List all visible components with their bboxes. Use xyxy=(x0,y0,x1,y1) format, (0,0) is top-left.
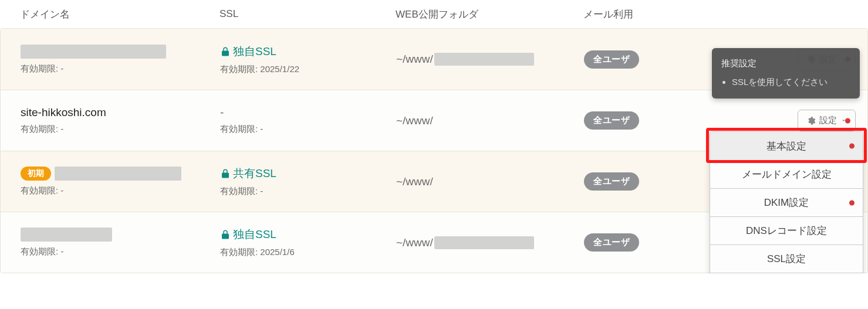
folder-prefix: ~/www/ xyxy=(396,236,433,249)
dropdown-item-label: メールドメイン設定 xyxy=(742,168,832,181)
tooltip-list: SSLを使用してください xyxy=(721,75,850,89)
cell-mail: 全ユーザ設定 xyxy=(584,110,856,131)
cell-folder: ~/www/ xyxy=(396,175,584,188)
alert-dot-icon xyxy=(849,144,855,149)
domain-name xyxy=(21,45,220,59)
dropdown-item-label: DKIM設定 xyxy=(764,196,809,209)
domain-text: site-hikkoshi.com xyxy=(21,106,106,119)
col-mail: メール利用 xyxy=(583,8,856,21)
mail-badge: 全ユーザ xyxy=(584,172,639,191)
dropdown-item[interactable]: DKIM設定 xyxy=(710,188,863,216)
col-folder: WEB公開フォルダ xyxy=(396,8,583,21)
lock-icon xyxy=(220,168,231,179)
ssl-expiry: 有効期限: - xyxy=(220,186,396,197)
tooltip-item: SSLを使用してください xyxy=(732,75,850,89)
redacted-domain xyxy=(55,167,181,181)
ssl-expiry: 有効期限: 2025/1/6 xyxy=(220,247,396,258)
cell-folder: ~/www/ xyxy=(396,114,584,127)
dropdown-item[interactable]: メールドメイン設定 xyxy=(710,160,863,188)
recommended-settings-tooltip: 推奨設定 SSLを使用してください xyxy=(712,48,860,99)
ssl-type: - xyxy=(220,106,396,119)
domain-name: site-hikkoshi.com xyxy=(21,106,220,119)
dropdown-item-label: SSL設定 xyxy=(767,252,806,266)
ssl-type: 共有SSL xyxy=(220,166,396,181)
gear-icon xyxy=(806,116,816,125)
col-ssl: SSL xyxy=(219,8,396,20)
domain-name xyxy=(21,227,220,242)
cell-domain: site-hikkoshi.com有効期限: - xyxy=(21,106,220,135)
ssl-type: 独自SSL xyxy=(220,227,396,242)
ssl-type-label: 共有SSL xyxy=(233,166,276,181)
cell-ssl: 独自SSL有効期限: 2025/1/22 xyxy=(220,44,396,75)
dropdown-item[interactable]: WAFドメイン設定 xyxy=(710,273,863,273)
settings-button[interactable]: 設定 xyxy=(798,110,856,131)
web-folder: ~/www/ xyxy=(396,53,584,66)
dropdown-item[interactable]: 基本設定 xyxy=(710,132,863,160)
settings-dropdown[interactable]: 基本設定メールドメイン設定DKIM設定DNSレコード設定SSL設定WAFドメイン… xyxy=(710,131,863,273)
folder-prefix: ~/www/ xyxy=(396,175,433,188)
page-root: ドメイン名 SSL WEB公開フォルダ メール利用 有効期限: -独自SSL有効… xyxy=(0,0,868,273)
redacted-folder xyxy=(434,53,534,66)
domain-expiry: 有効期限: - xyxy=(21,63,220,74)
ssl-type: 独自SSL xyxy=(220,44,396,59)
folder-prefix: ~/www/ xyxy=(396,114,433,127)
domain-expiry: 有効期限: - xyxy=(21,124,220,135)
cell-ssl: -有効期限: - xyxy=(220,106,396,135)
redacted-folder xyxy=(434,236,534,249)
dropdown-item[interactable]: DNSレコード設定 xyxy=(710,216,863,245)
mail-badge: 全ユーザ xyxy=(584,111,639,130)
mail-badge: 全ユーザ xyxy=(584,50,639,69)
table-header: ドメイン名 SSL WEB公開フォルダ メール利用 xyxy=(0,0,868,28)
redacted-domain xyxy=(21,45,166,59)
initial-badge: 初期 xyxy=(21,167,51,181)
domain-expiry: 有効期限: - xyxy=(21,246,220,257)
lock-icon xyxy=(220,46,231,57)
redacted-domain xyxy=(21,227,112,242)
web-folder: ~/www/ xyxy=(396,175,584,188)
ssl-expiry: 有効期限: 2025/1/22 xyxy=(220,64,396,75)
dropdown-item-label: DNSレコード設定 xyxy=(746,224,827,237)
cell-domain: 有効期限: - xyxy=(21,227,220,257)
domain-expiry: 有効期限: - xyxy=(21,185,220,196)
cell-ssl: 独自SSL有効期限: 2025/1/6 xyxy=(220,227,396,258)
col-domain: ドメイン名 xyxy=(20,8,219,21)
lock-icon xyxy=(220,229,231,240)
ssl-type-label: 独自SSL xyxy=(233,44,276,59)
cell-domain: 有効期限: - xyxy=(21,45,220,74)
ssl-type-label: 独自SSL xyxy=(233,227,276,242)
cell-folder: ~/www/ xyxy=(396,53,584,66)
mail-badge: 全ユーザ xyxy=(584,233,639,252)
folder-prefix: ~/www/ xyxy=(396,53,433,66)
ssl-expiry: 有効期限: - xyxy=(220,124,396,135)
dropdown-item-label: 基本設定 xyxy=(766,140,806,153)
settings-label: 設定 xyxy=(819,115,837,126)
cell-ssl: 共有SSL有効期限: - xyxy=(220,166,396,197)
web-folder: ~/www/ xyxy=(396,236,584,249)
cell-folder: ~/www/ xyxy=(396,236,584,249)
domain-name: 初期 xyxy=(21,167,220,181)
web-folder: ~/www/ xyxy=(396,114,584,127)
tooltip-title: 推奨設定 xyxy=(721,56,850,70)
dropdown-item[interactable]: SSL設定 xyxy=(710,245,863,273)
cell-domain: 初期有効期限: - xyxy=(21,167,220,196)
alert-dot-icon xyxy=(845,118,850,123)
alert-dot-icon xyxy=(849,200,855,205)
